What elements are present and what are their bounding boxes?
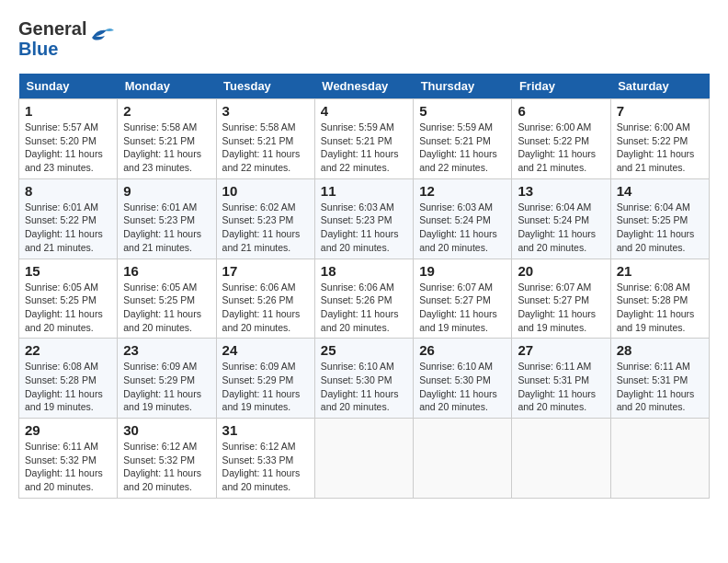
day-info: Sunrise: 6:08 AMSunset: 5:28 PMDaylight:… — [25, 360, 111, 414]
logo: General Blue — [18, 18, 114, 59]
page-header: General Blue — [18, 18, 710, 59]
calendar-cell: 27Sunrise: 6:11 AMSunset: 5:31 PMDayligh… — [512, 339, 610, 419]
day-info: Sunrise: 6:00 AMSunset: 5:22 PMDaylight:… — [518, 121, 604, 175]
day-info: Sunrise: 6:04 AMSunset: 5:24 PMDaylight:… — [518, 201, 604, 255]
day-number: 19 — [419, 263, 506, 279]
day-info: Sunrise: 6:04 AMSunset: 5:25 PMDaylight:… — [617, 201, 703, 255]
day-info: Sunrise: 6:07 AMSunset: 5:27 PMDaylight:… — [419, 281, 506, 335]
calendar-cell: 13Sunrise: 6:04 AMSunset: 5:24 PMDayligh… — [512, 178, 610, 259]
weekday-header-tuesday: Tuesday — [216, 74, 314, 99]
calendar-cell: 1Sunrise: 5:57 AMSunset: 5:20 PMDaylight… — [19, 99, 118, 179]
day-number: 24 — [222, 342, 309, 358]
calendar-cell: 23Sunrise: 6:09 AMSunset: 5:29 PMDayligh… — [118, 339, 216, 419]
day-info: Sunrise: 6:06 AMSunset: 5:26 PMDaylight:… — [321, 281, 407, 335]
day-number: 29 — [25, 422, 111, 438]
weekday-header-monday: Monday — [118, 74, 216, 99]
day-info: Sunrise: 6:09 AMSunset: 5:29 PMDaylight:… — [222, 360, 309, 414]
calendar-cell: 9Sunrise: 6:01 AMSunset: 5:23 PMDaylight… — [118, 178, 216, 259]
day-number: 6 — [518, 103, 604, 119]
day-number: 11 — [321, 183, 407, 199]
calendar-cell: 25Sunrise: 6:10 AMSunset: 5:30 PMDayligh… — [314, 339, 413, 419]
day-number: 22 — [25, 342, 111, 358]
day-number: 21 — [617, 263, 703, 279]
day-info: Sunrise: 6:11 AMSunset: 5:31 PMDaylight:… — [617, 360, 703, 414]
day-info: Sunrise: 6:02 AMSunset: 5:23 PMDaylight:… — [222, 201, 309, 255]
calendar-cell: 3Sunrise: 5:58 AMSunset: 5:21 PMDaylight… — [216, 99, 314, 179]
calendar-cell: 12Sunrise: 6:03 AMSunset: 5:24 PMDayligh… — [414, 178, 512, 259]
calendar-week-row: 29Sunrise: 6:11 AMSunset: 5:32 PMDayligh… — [19, 419, 710, 499]
day-number: 17 — [222, 263, 309, 279]
day-info: Sunrise: 5:59 AMSunset: 5:21 PMDaylight:… — [321, 121, 407, 175]
day-info: Sunrise: 6:11 AMSunset: 5:31 PMDaylight:… — [518, 360, 604, 414]
calendar-cell: 8Sunrise: 6:01 AMSunset: 5:22 PMDaylight… — [19, 178, 118, 259]
calendar-cell — [414, 419, 512, 499]
calendar-cell: 31Sunrise: 6:12 AMSunset: 5:33 PMDayligh… — [216, 419, 314, 499]
day-number: 9 — [123, 183, 210, 199]
day-number: 25 — [321, 342, 407, 358]
calendar-cell: 15Sunrise: 6:05 AMSunset: 5:25 PMDayligh… — [19, 259, 118, 339]
calendar-cell: 29Sunrise: 6:11 AMSunset: 5:32 PMDayligh… — [19, 419, 118, 499]
calendar-cell: 4Sunrise: 5:59 AMSunset: 5:21 PMDaylight… — [314, 99, 413, 179]
calendar-cell: 19Sunrise: 6:07 AMSunset: 5:27 PMDayligh… — [414, 259, 512, 339]
day-info: Sunrise: 6:05 AMSunset: 5:25 PMDaylight:… — [123, 281, 210, 335]
day-info: Sunrise: 5:59 AMSunset: 5:21 PMDaylight:… — [419, 121, 506, 175]
calendar-cell: 2Sunrise: 5:58 AMSunset: 5:21 PMDaylight… — [118, 99, 216, 179]
calendar-cell: 7Sunrise: 6:00 AMSunset: 5:22 PMDaylight… — [610, 99, 709, 179]
day-info: Sunrise: 6:09 AMSunset: 5:29 PMDaylight:… — [123, 360, 210, 414]
logo-combined: General Blue — [18, 18, 114, 59]
calendar-cell: 10Sunrise: 6:02 AMSunset: 5:23 PMDayligh… — [216, 178, 314, 259]
day-number: 18 — [321, 263, 407, 279]
day-info: Sunrise: 5:58 AMSunset: 5:21 PMDaylight:… — [123, 121, 210, 175]
calendar-cell: 30Sunrise: 6:12 AMSunset: 5:32 PMDayligh… — [118, 419, 216, 499]
day-number: 13 — [518, 183, 604, 199]
day-info: Sunrise: 6:11 AMSunset: 5:32 PMDaylight:… — [25, 440, 111, 494]
calendar-cell: 16Sunrise: 6:05 AMSunset: 5:25 PMDayligh… — [118, 259, 216, 339]
calendar-cell — [512, 419, 610, 499]
day-number: 23 — [123, 342, 210, 358]
weekday-header-wednesday: Wednesday — [314, 74, 413, 99]
weekday-header-saturday: Saturday — [610, 74, 709, 99]
day-info: Sunrise: 5:58 AMSunset: 5:21 PMDaylight:… — [222, 121, 309, 175]
weekday-header-row: SundayMondayTuesdayWednesdayThursdayFrid… — [19, 74, 710, 99]
day-info: Sunrise: 6:10 AMSunset: 5:30 PMDaylight:… — [321, 360, 407, 414]
day-number: 31 — [222, 422, 309, 438]
calendar-week-row: 8Sunrise: 6:01 AMSunset: 5:22 PMDaylight… — [19, 178, 710, 259]
calendar-week-row: 22Sunrise: 6:08 AMSunset: 5:28 PMDayligh… — [19, 339, 710, 419]
day-info: Sunrise: 5:57 AMSunset: 5:20 PMDaylight:… — [25, 121, 111, 175]
day-info: Sunrise: 6:06 AMSunset: 5:26 PMDaylight:… — [222, 281, 309, 335]
day-number: 1 — [25, 103, 111, 119]
day-info: Sunrise: 6:01 AMSunset: 5:23 PMDaylight:… — [123, 201, 210, 255]
day-number: 2 — [123, 103, 210, 119]
logo-bird-icon — [88, 21, 114, 47]
logo-general-text: General — [18, 18, 86, 39]
calendar-cell: 18Sunrise: 6:06 AMSunset: 5:26 PMDayligh… — [314, 259, 413, 339]
weekday-header-friday: Friday — [512, 74, 610, 99]
day-info: Sunrise: 6:05 AMSunset: 5:25 PMDaylight:… — [25, 281, 111, 335]
day-info: Sunrise: 6:08 AMSunset: 5:28 PMDaylight:… — [617, 281, 703, 335]
day-number: 27 — [518, 342, 604, 358]
calendar-cell: 6Sunrise: 6:00 AMSunset: 5:22 PMDaylight… — [512, 99, 610, 179]
day-number: 3 — [222, 103, 309, 119]
day-number: 4 — [321, 103, 407, 119]
day-number: 12 — [419, 183, 506, 199]
calendar-cell: 11Sunrise: 6:03 AMSunset: 5:23 PMDayligh… — [314, 178, 413, 259]
day-number: 16 — [123, 263, 210, 279]
day-info: Sunrise: 6:10 AMSunset: 5:30 PMDaylight:… — [419, 360, 506, 414]
calendar-cell: 22Sunrise: 6:08 AMSunset: 5:28 PMDayligh… — [19, 339, 118, 419]
weekday-header-sunday: Sunday — [19, 74, 118, 99]
calendar-week-row: 1Sunrise: 5:57 AMSunset: 5:20 PMDaylight… — [19, 99, 710, 179]
calendar-cell: 26Sunrise: 6:10 AMSunset: 5:30 PMDayligh… — [414, 339, 512, 419]
day-number: 10 — [222, 183, 309, 199]
calendar-cell: 14Sunrise: 6:04 AMSunset: 5:25 PMDayligh… — [610, 178, 709, 259]
day-number: 28 — [617, 342, 703, 358]
day-number: 7 — [617, 103, 703, 119]
day-info: Sunrise: 6:03 AMSunset: 5:24 PMDaylight:… — [419, 201, 506, 255]
day-number: 30 — [123, 422, 210, 438]
weekday-header-thursday: Thursday — [414, 74, 512, 99]
day-info: Sunrise: 6:00 AMSunset: 5:22 PMDaylight:… — [617, 121, 703, 175]
calendar-week-row: 15Sunrise: 6:05 AMSunset: 5:25 PMDayligh… — [19, 259, 710, 339]
calendar-cell: 21Sunrise: 6:08 AMSunset: 5:28 PMDayligh… — [610, 259, 709, 339]
day-number: 15 — [25, 263, 111, 279]
calendar-table: SundayMondayTuesdayWednesdayThursdayFrid… — [18, 74, 710, 499]
day-number: 14 — [617, 183, 703, 199]
